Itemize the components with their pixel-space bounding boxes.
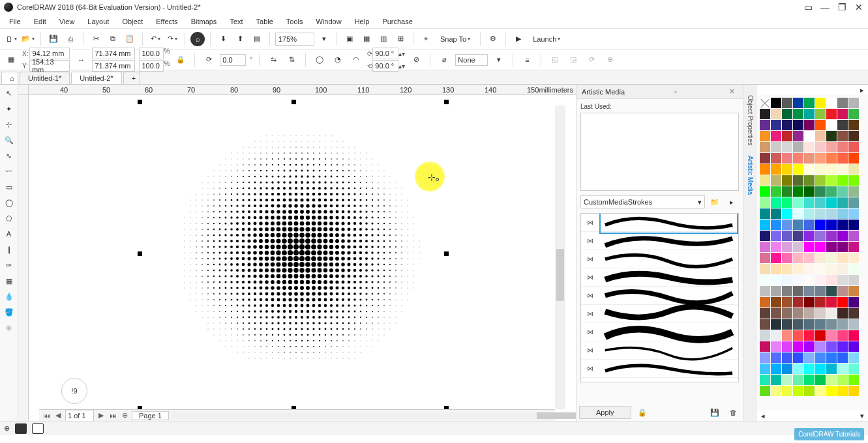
snap-icon[interactable]: ⌖ <box>419 32 433 46</box>
zoom-dropdown[interactable]: ▾ <box>317 32 331 46</box>
menu-bitmaps[interactable]: Bitmaps <box>185 18 224 25</box>
color-swatch[interactable] <box>826 197 837 208</box>
plus-tool[interactable]: ⊕ <box>2 321 16 335</box>
color-swatch[interactable] <box>760 98 770 108</box>
menu-purchase[interactable]: Purchase <box>376 18 419 25</box>
menu-layout[interactable]: Layout <box>81 18 115 25</box>
color-swatch[interactable] <box>826 231 837 241</box>
zoom-level[interactable]: 175% <box>275 33 314 46</box>
minimize-button[interactable]: — <box>820 3 830 12</box>
color-swatch[interactable] <box>771 352 781 363</box>
color-swatch[interactable] <box>826 120 837 130</box>
color-swatch[interactable] <box>760 386 770 396</box>
color-swatch[interactable] <box>771 164 781 175</box>
color-swatch[interactable] <box>782 330 792 341</box>
color-swatch[interactable] <box>771 131 781 141</box>
color-swatch[interactable] <box>793 352 803 363</box>
color-swatch[interactable] <box>837 153 848 164</box>
color-swatch[interactable] <box>848 364 859 374</box>
color-swatch[interactable] <box>848 98 859 108</box>
color-swatch[interactable] <box>837 275 848 285</box>
scale-x-field[interactable]: 100.0 <box>139 48 164 59</box>
scrollbar-thumb[interactable] <box>556 249 564 301</box>
search-button[interactable]: ⌕ <box>190 32 205 46</box>
paste-button[interactable]: 📋 <box>123 32 137 46</box>
color-swatch[interactable] <box>815 364 826 374</box>
redo-button[interactable]: ↷ <box>165 32 179 46</box>
color-swatch[interactable] <box>760 186 770 197</box>
height-field[interactable]: 71.374 mm <box>92 60 135 72</box>
shape-tool[interactable]: ✦ <box>2 102 16 116</box>
color-swatch[interactable] <box>771 286 781 296</box>
page-first[interactable]: ⏮ <box>42 412 51 420</box>
angle2-field[interactable]: 90.0 ° <box>372 60 398 72</box>
direction-button[interactable]: ⊘ <box>409 53 423 67</box>
crop-tool[interactable]: ⊹ <box>2 117 16 132</box>
color-swatch[interactable] <box>782 286 792 296</box>
page-next[interactable]: ▶ <box>97 411 106 420</box>
color-swatch[interactable] <box>793 197 803 208</box>
color-swatch[interactable] <box>848 120 859 130</box>
color-swatch[interactable] <box>804 242 815 252</box>
color-swatch[interactable] <box>837 352 848 363</box>
color-swatch[interactable] <box>782 386 792 396</box>
ruler-origin[interactable] <box>18 85 29 95</box>
color-swatch[interactable] <box>815 308 826 319</box>
color-swatch[interactable] <box>848 175 859 186</box>
color-swatch[interactable] <box>815 386 826 396</box>
halftone-artwork[interactable] <box>179 118 420 392</box>
text-tool[interactable]: A <box>2 227 16 241</box>
color-swatch[interactable] <box>815 286 826 296</box>
dropper-tool[interactable]: ✑ <box>2 258 16 272</box>
color-swatch[interactable] <box>826 275 837 285</box>
color-swatch[interactable] <box>782 208 792 219</box>
color-swatch[interactable] <box>782 131 792 141</box>
color-swatch[interactable] <box>815 186 826 197</box>
fill-tool[interactable]: 🪣 <box>2 305 16 319</box>
color-swatch[interactable] <box>760 208 770 219</box>
color-swatch[interactable] <box>815 319 826 330</box>
color-swatch[interactable] <box>826 153 837 164</box>
color-swatch[interactable] <box>793 164 803 175</box>
convert-button[interactable]: ⟳ <box>584 53 599 67</box>
undo-button[interactable]: ↶ <box>148 32 162 46</box>
eyedropper-tool[interactable]: 💧 <box>2 289 16 304</box>
color-swatch[interactable] <box>760 364 770 374</box>
menu-tools[interactable]: Tools <box>280 18 310 25</box>
canvas-area[interactable]: 40 50 60 70 80 90 100 110 120 130 140 15… <box>18 85 576 421</box>
color-swatch[interactable] <box>837 208 848 219</box>
color-swatch[interactable] <box>848 330 859 341</box>
color-swatch[interactable] <box>782 186 792 197</box>
page-prev[interactable]: ◀ <box>53 411 63 420</box>
color-swatch[interactable] <box>837 186 848 197</box>
color-swatch[interactable] <box>837 231 848 241</box>
color-swatch[interactable] <box>815 264 826 274</box>
more-button[interactable]: ▸ <box>725 195 739 209</box>
color-swatch[interactable] <box>826 109 837 119</box>
export-button[interactable]: ⬆ <box>233 32 247 46</box>
color-swatch[interactable] <box>771 175 781 186</box>
color-swatch[interactable] <box>771 109 781 119</box>
color-swatch[interactable] <box>771 208 781 219</box>
options-button[interactable]: ⚙ <box>486 32 500 46</box>
color-swatch[interactable] <box>804 330 815 341</box>
fill-indicator[interactable] <box>15 423 27 434</box>
color-swatch[interactable] <box>815 142 826 152</box>
color-swatch[interactable] <box>837 131 848 141</box>
menu-window[interactable]: Window <box>310 18 348 25</box>
color-swatch[interactable] <box>760 319 770 330</box>
color-swatch[interactable] <box>782 364 792 374</box>
color-swatch[interactable] <box>837 98 848 108</box>
outline-dropdown[interactable]: ▾ <box>492 53 506 67</box>
hint-button[interactable]: !9 <box>61 378 87 404</box>
color-swatch[interactable] <box>848 297 859 307</box>
color-swatch[interactable] <box>804 308 815 319</box>
color-swatch[interactable] <box>848 253 859 263</box>
color-swatch[interactable] <box>793 275 803 285</box>
outline-width-field[interactable]: None <box>455 54 488 66</box>
color-swatch[interactable] <box>771 186 781 197</box>
selection-handle[interactable] <box>138 251 142 256</box>
color-swatch[interactable] <box>760 220 770 230</box>
color-swatch[interactable] <box>771 120 781 130</box>
color-swatch[interactable] <box>804 208 815 219</box>
